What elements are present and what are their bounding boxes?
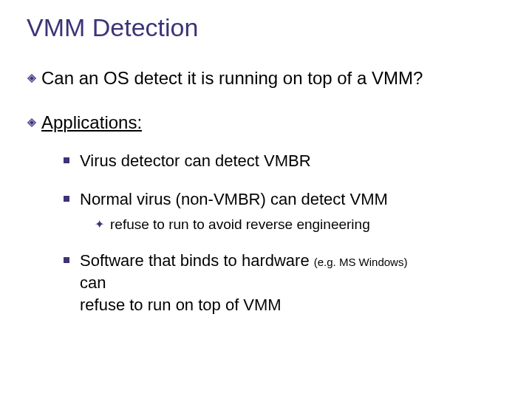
bullet-text: Normal virus (non-VMBR) can detect VMM bbox=[80, 188, 388, 211]
square-bullet-icon bbox=[64, 257, 69, 263]
slide: VMM Detection Can an OS detect it is run… bbox=[0, 0, 532, 330]
square-bullet-icon bbox=[64, 157, 69, 163]
bullet-level3: ✦ refuse to run to avoid reverse enginee… bbox=[22, 216, 510, 233]
bullet-text: Applications: bbox=[41, 112, 142, 134]
bullet-text-part: Software that binds to hardware bbox=[80, 251, 314, 270]
bullet-text-paren: (e.g. MS Windows) bbox=[314, 256, 408, 268]
bullet-text: Virus detector can detect VMBR bbox=[80, 150, 311, 172]
tick-bullet-icon: ✦ bbox=[95, 217, 104, 231]
bullet-text-part: can bbox=[80, 273, 106, 292]
bullet-level2: Virus detector can detect VMBR bbox=[22, 150, 510, 172]
diamond-bullet-icon bbox=[27, 73, 37, 83]
bullet-text: Software that binds to hardware (e.g. MS… bbox=[80, 250, 407, 316]
slide-title: VMM Detection bbox=[27, 13, 510, 42]
diamond-bullet-icon bbox=[27, 117, 37, 128]
bullet-text: refuse to run to avoid reverse engineeri… bbox=[110, 216, 370, 233]
square-bullet-icon bbox=[64, 196, 69, 202]
bullet-level2: Normal virus (non-VMBR) can detect VMM bbox=[22, 188, 510, 211]
bullet-text: Can an OS detect it is running on top of… bbox=[41, 67, 423, 89]
bullet-level1: Applications: bbox=[22, 112, 510, 134]
bullet-level2: Software that binds to hardware (e.g. MS… bbox=[22, 250, 510, 316]
bullet-text-part: refuse to run on top of VMM bbox=[80, 296, 282, 314]
bullet-level1: Can an OS detect it is running on top of… bbox=[22, 67, 510, 89]
